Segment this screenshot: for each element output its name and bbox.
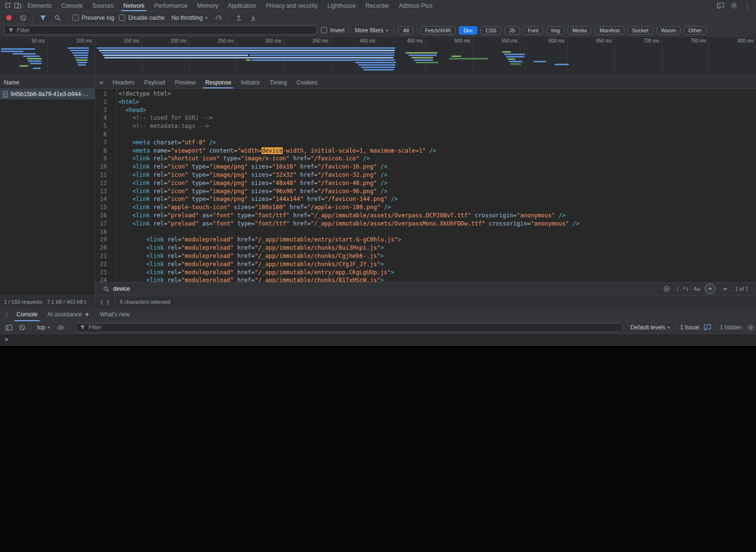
find-input[interactable] (113, 285, 658, 292)
filter-chip-img[interactable]: Img (546, 26, 565, 35)
filter-chip-css[interactable]: CSS (480, 26, 501, 35)
settings-gear-icon[interactable] (729, 1, 739, 11)
detail-tab-preview[interactable]: Preview (170, 76, 201, 88)
live-expression-button[interactable] (56, 323, 65, 332)
preserve-log-label: Preserve log (82, 14, 114, 21)
console-sidebar-toggle[interactable] (4, 323, 14, 332)
tab-application[interactable]: Application (223, 0, 261, 11)
console-settings-gear-icon[interactable] (746, 323, 756, 332)
spark-icon (84, 311, 90, 317)
disable-cache-checkbox[interactable]: Disable cache (119, 14, 164, 21)
filter-chip-socket[interactable]: Socket (627, 26, 654, 35)
record-network-log-button[interactable] (4, 13, 14, 23)
code-text: <link rel="icon" type="image/png" sizes=… (112, 195, 398, 203)
tab-elements[interactable]: Elements (23, 0, 57, 11)
throttling-select[interactable]: No throttling ▾ (170, 14, 209, 22)
tab-performance[interactable]: Performance (149, 0, 192, 11)
tab-recorder[interactable]: Recorder (361, 0, 394, 11)
device-toolbar-button[interactable] (13, 1, 22, 11)
filter-chip-other[interactable]: Other (683, 26, 707, 35)
more-options-menu[interactable]: ⋮ (742, 1, 752, 11)
filter-chip-wasm[interactable]: Wasm (656, 26, 681, 35)
tab-lighthouse[interactable]: Lighthouse (322, 0, 361, 11)
code-text: <link rel="icon" type="image/png" sizes=… (112, 187, 387, 196)
detail-tab-payload[interactable]: Payload (139, 76, 170, 88)
network-filter-input[interactable] (17, 27, 313, 34)
document-icon (3, 91, 8, 98)
response-code-view[interactable]: 1<!doctype html>2<html>3 <head>4 <!-- (u… (95, 89, 756, 282)
preserve-log-checkbox[interactable]: Preserve log (73, 14, 114, 21)
tab-console[interactable]: Console (12, 308, 43, 321)
match-case-toggle[interactable]: Aa (694, 286, 700, 292)
tab-console[interactable]: Console (57, 0, 87, 11)
tab-whats-new[interactable]: What's new (95, 308, 134, 321)
javascript-context-select[interactable]: top ▾ (35, 323, 52, 332)
close-detail-button[interactable]: × (95, 78, 108, 86)
filter-chip-doc[interactable]: Doc (459, 26, 478, 35)
filter-toggle-button[interactable] (38, 13, 48, 23)
waterfall-bar (249, 55, 394, 56)
line-number: 21 (95, 252, 112, 260)
find-previous-button[interactable] (705, 283, 715, 294)
filter-chip-media[interactable]: Media (567, 26, 592, 35)
filter-funnel-icon (80, 325, 86, 330)
line-number: 2 (95, 98, 112, 106)
console-filter-input[interactable] (88, 324, 618, 331)
clear-network-log-button[interactable] (18, 13, 28, 23)
detail-tab-timing[interactable]: Timing (265, 76, 292, 88)
waterfall-bar (504, 54, 525, 55)
clear-console-button[interactable] (17, 323, 27, 332)
overview-tick-label: 300 ms (238, 38, 281, 43)
overview-gridline (567, 37, 567, 76)
tab-adblock-plus[interactable]: Adblock Plus (394, 0, 437, 11)
response-status: { } 6 characters selected (95, 296, 170, 308)
waterfall-bar (78, 64, 86, 66)
console-messages-indicator[interactable]: 1 (715, 1, 725, 11)
detail-tab-response[interactable]: Response (200, 76, 236, 88)
network-conditions-button[interactable] (214, 13, 224, 23)
tab-memory[interactable]: Memory (192, 0, 223, 11)
regex-toggle[interactable]: (.*) (676, 286, 689, 292)
code-line: 9 <link rel="shortcut icon" type="image/… (95, 155, 756, 163)
detail-tab-cookies[interactable]: Cookies (291, 76, 322, 88)
export-har-button[interactable] (248, 13, 258, 23)
overview-gridline (95, 37, 95, 76)
detail-tab-initiator[interactable]: Initiator (236, 76, 264, 88)
tab-ai-assistance[interactable]: AI assistance (43, 308, 95, 321)
line-number: 6 (95, 130, 112, 139)
more-filters-dropdown[interactable]: More filters ▾ (353, 26, 390, 35)
divider (229, 14, 229, 21)
filter-chip-js[interactable]: JS (504, 26, 520, 35)
waterfall-bar (72, 52, 88, 54)
console-prompt[interactable]: > (0, 334, 756, 346)
clear-circle-icon (663, 285, 670, 292)
find-next-button[interactable] (720, 284, 730, 294)
console-toolbar: top ▾ Default levels ▾ 1 Issue: 1 1 hidd… (0, 322, 756, 334)
inspect-element-button[interactable] (3, 1, 13, 11)
request-row[interactable]: 945b15b6-8a79-41e3-b944-da… (0, 89, 95, 99)
network-search-button[interactable] (53, 13, 62, 23)
overview-tick-label: 650 ms (568, 38, 612, 43)
issues-counter[interactable]: 1 Issue: 1 (680, 324, 712, 331)
import-har-button[interactable] (234, 13, 244, 23)
detail-tab-headers[interactable]: Headers (108, 76, 139, 88)
tab-sources[interactable]: Sources (87, 0, 118, 11)
filter-chip-font[interactable]: Font (523, 26, 543, 35)
tab-privacy-and-security[interactable]: Privacy and security (261, 0, 322, 11)
drawer-menu-icon[interactable]: ⋮ (2, 310, 12, 319)
waterfall-bar (77, 62, 87, 63)
network-status-bar: 1 / 150 requests 7.1 kB / 463 kB t { } 6… (0, 296, 756, 308)
find-clear-button[interactable] (662, 284, 671, 294)
filter-chip-fetch-xhr[interactable]: Fetch/XHR (420, 26, 456, 35)
clear-icon (19, 324, 26, 331)
network-overview-timeline[interactable]: 50 ms100 ms150 ms200 ms250 ms300 ms350 m… (0, 37, 756, 76)
log-levels-select[interactable]: Default levels ▾ (628, 323, 672, 332)
invert-filter-checkbox[interactable]: Invert (321, 27, 345, 34)
line-number: 13 (95, 187, 112, 196)
overview-tick-label: 100 ms (49, 38, 92, 43)
pretty-print-button[interactable]: { } (100, 299, 110, 305)
tab-network[interactable]: Network (118, 0, 149, 11)
name-column-header[interactable]: Name (0, 76, 95, 89)
filter-chip-all[interactable]: All (398, 26, 414, 35)
filter-chip-manifest[interactable]: Manifest (595, 26, 625, 35)
